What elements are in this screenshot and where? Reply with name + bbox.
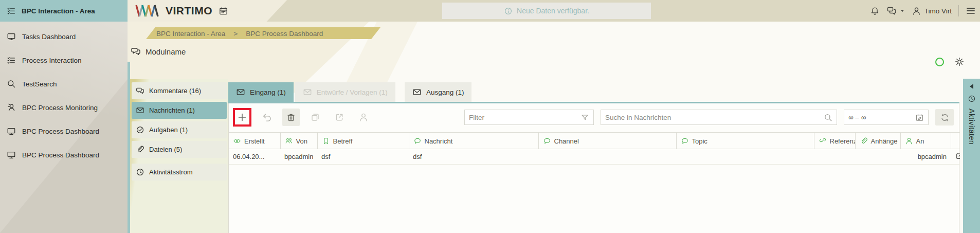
comments-icon	[131, 46, 141, 57]
cell-referenz[interactable]	[814, 149, 855, 165]
sidebar-item-label: TestSearch	[22, 80, 57, 88]
search-icon[interactable]	[824, 113, 832, 122]
reply-button[interactable]	[258, 109, 276, 126]
tab-label: Aufgaben (1)	[149, 126, 188, 134]
tab-aufgaben[interactable]: Aufgaben (1)	[132, 121, 227, 138]
plus-icon	[237, 112, 247, 122]
column-label: Nachricht	[425, 137, 453, 145]
info-icon	[504, 7, 513, 15]
tab-aktivitaetsstrom[interactable]: Aktivitätsstrom	[132, 164, 227, 181]
message-tabs: Eingang (1) Entwürfe / Vorlagen (1) Ausg…	[228, 82, 959, 102]
activities-panel-label: Aktivitäten	[968, 109, 976, 145]
column-label: Referenz	[830, 137, 856, 145]
column-header-referenz[interactable]: Referenz	[814, 133, 855, 149]
clock-icon	[968, 95, 976, 103]
sidebar-item-bpc-process-monitoring[interactable]: BPC Process Monitoring	[0, 96, 128, 119]
breadcrumb: BPC Interaction - Area > BPC Process Das…	[156, 29, 323, 38]
activities-collapsed-panel[interactable]: Aktivitäten	[963, 79, 980, 233]
column-header-betreff[interactable]: Betreff	[317, 133, 409, 149]
sidebar-item-label: BPC Process Dashboard	[22, 151, 99, 159]
column-header-erstellt[interactable]: Erstellt	[229, 133, 280, 149]
column-header-anhaenge[interactable]: Anhänge	[855, 133, 900, 149]
status-indicator	[935, 58, 944, 66]
breadcrumb-item-area[interactable]: BPC Interaction - Area	[156, 30, 225, 38]
column-label: Topic	[692, 137, 707, 145]
calendar-edit-icon[interactable]	[915, 113, 924, 122]
monitor-icon	[7, 127, 16, 136]
column-header-actions	[951, 133, 960, 149]
group-icon	[285, 137, 293, 145]
column-header-von[interactable]: Von	[280, 133, 317, 149]
trash-icon	[286, 112, 296, 122]
cell-anhaenge[interactable]	[855, 149, 900, 165]
cell-nachricht[interactable]: dsf	[409, 149, 538, 165]
gear-icon[interactable]	[954, 57, 965, 67]
sidebar-item-process-interaction[interactable]: Process Interaction	[0, 48, 128, 72]
copy-button[interactable]	[306, 109, 324, 126]
bookmark-icon	[322, 137, 330, 145]
module-header: Modulname	[131, 46, 186, 57]
tab-label: Aktivitätsstrom	[149, 168, 193, 176]
row-open-button[interactable]	[951, 149, 960, 165]
delete-button[interactable]	[282, 109, 300, 126]
breadcrumb-item-dashboard[interactable]: BPC Process Dashboard	[246, 30, 323, 38]
cell-an[interactable]: bpcadmin	[900, 149, 951, 165]
cell-von[interactable]: bpcadmin	[280, 149, 317, 165]
sidebar-header-label: BPC Interaction - Area	[22, 7, 95, 15]
assign-user-button[interactable]	[355, 109, 372, 126]
messages-panel: Eingang (1) Entwürfe / Vorlagen (1) Ausg…	[228, 82, 959, 233]
notification-banner[interactable]: Neue Daten verfügbar.	[442, 3, 651, 19]
search-input[interactable]	[605, 114, 824, 121]
user-menu-button[interactable]: Timo Virt	[912, 6, 952, 16]
person-icon	[912, 6, 921, 16]
messages-menu-button[interactable]	[886, 6, 905, 16]
column-header-topic[interactable]: Topic	[676, 133, 814, 149]
undo-arrow-icon	[261, 112, 273, 123]
sidebar-item-bpc-interaction-area[interactable]: BPC Interaction - Area	[0, 0, 128, 22]
column-header-an[interactable]: An	[900, 133, 951, 149]
person-icon	[905, 137, 913, 145]
hamburger-menu-icon[interactable]	[966, 6, 976, 16]
column-header-channel[interactable]: Channel	[538, 133, 676, 149]
breadcrumb-separator: >	[233, 30, 238, 38]
tab-label: Kommentare (16)	[149, 87, 201, 95]
tab-label: Ausgang (1)	[426, 88, 464, 96]
module-actions	[935, 57, 965, 67]
calendar-icon[interactable]	[219, 6, 228, 16]
filter-input[interactable]	[469, 114, 580, 121]
virtimo-logo-text: VIRTIMO	[166, 5, 212, 17]
open-message-button[interactable]	[331, 109, 348, 126]
sidebar-item-testsearch[interactable]: TestSearch	[0, 72, 128, 96]
sidebar-item-bpc-process-dashboard[interactable]: BPC Process Dashboard	[0, 119, 128, 143]
tab-kommentare[interactable]: Kommentare (16)	[132, 82, 227, 99]
column-header-nachricht[interactable]: Nachricht	[409, 133, 538, 149]
tab-dateien[interactable]: Dateien (5)	[132, 141, 227, 158]
funnel-icon[interactable]	[580, 113, 589, 122]
paperclip-icon	[136, 145, 144, 154]
cell-betreff[interactable]: dsf	[317, 149, 409, 165]
cell-channel[interactable]	[538, 149, 676, 165]
messages-table: Erstellt Von Betreff Nachricht Channel T…	[229, 132, 960, 165]
user-name: Timo Virt	[924, 7, 952, 15]
monitoring-person-icon	[7, 103, 16, 112]
tab-nachrichten[interactable]: Nachrichten (1)	[132, 102, 227, 119]
sidebar-item-tasks-dashboard[interactable]: Tasks Dashboard	[0, 25, 128, 48]
sidebar-item-label: Tasks Dashboard	[22, 33, 76, 41]
search-field-wrap	[601, 110, 837, 125]
date-range-input[interactable]	[848, 114, 915, 121]
cell-topic[interactable]	[676, 149, 814, 165]
table-row[interactable]: 06.04.20... bpcadmin dsf dsf bpcadmin	[229, 149, 960, 165]
tab-entwuerfe-vorlagen[interactable]: Entwürfe / Vorlagen (1)	[295, 82, 395, 102]
chevron-left-icon	[970, 84, 973, 89]
tab-ausgang[interactable]: Ausgang (1)	[405, 82, 472, 102]
sidebar-item-bpc-process-dashboard-2[interactable]: BPC Process Dashboard	[0, 143, 128, 167]
app-window: BPC Interaction - Area Tasks Dashboard P…	[0, 0, 980, 233]
refresh-button[interactable]	[935, 109, 954, 126]
tab-eingang[interactable]: Eingang (1)	[228, 82, 294, 102]
mail-icon	[136, 106, 144, 115]
cell-erstellt[interactable]: 06.04.20...	[229, 149, 280, 165]
top-bar: VIRTIMO Neue Daten verfügbar. Timo Virt	[128, 0, 980, 22]
bell-icon[interactable]	[870, 6, 880, 16]
add-message-button[interactable]	[233, 108, 251, 127]
app-sidebar: BPC Interaction - Area Tasks Dashboard P…	[0, 0, 128, 233]
